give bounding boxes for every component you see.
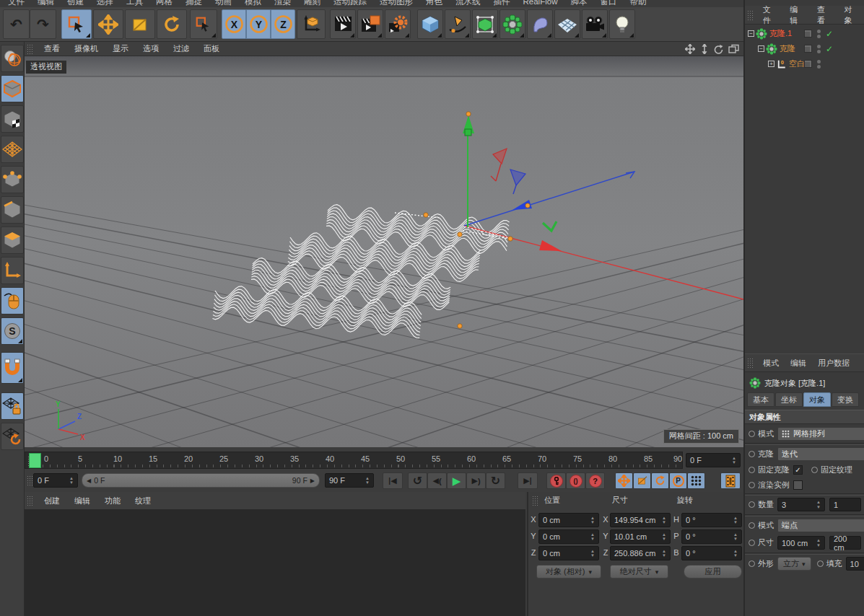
next-frame-button[interactable]: ▶) <box>466 472 486 489</box>
rotation-b-field[interactable]: 0 °▲▼ <box>681 546 742 560</box>
polygons-mode-button[interactable] <box>1 226 24 254</box>
layer-icon[interactable] <box>804 30 812 38</box>
expander-icon[interactable]: − <box>748 30 754 37</box>
edges-mode-button[interactable] <box>1 196 24 224</box>
render-instance-checkbox[interactable] <box>793 480 803 490</box>
workplane-transform-button[interactable] <box>1 423 24 450</box>
size-x-field[interactable]: 100 cm▲▼ <box>777 536 825 550</box>
perspective-viewport[interactable]: Y Z X 透视视图 网格间距 : 100 cm <box>25 56 743 447</box>
tweak-mode-button[interactable] <box>1 287 24 314</box>
move-tool-button[interactable] <box>93 9 123 39</box>
menu-plugins[interactable]: 插件 <box>487 0 517 7</box>
expander-icon[interactable]: + <box>768 61 774 67</box>
clone-mode-dropdown[interactable]: 网格排列 <box>777 427 864 441</box>
points-mode-button[interactable] <box>1 166 24 193</box>
slider-left-arrow-icon[interactable]: ◀ <box>87 478 91 484</box>
enable-axis-button[interactable] <box>1 257 24 284</box>
menu-window[interactable]: 窗口 <box>593 0 623 7</box>
size-y-field[interactable]: 10.01 cm▲▼ <box>610 529 671 544</box>
object-row-null[interactable]: + 0 空白 <box>745 56 864 71</box>
keyable-circle-icon[interactable] <box>749 501 755 508</box>
om-menu-object[interactable]: 对象 <box>838 4 864 26</box>
object-name[interactable]: 空白 <box>789 58 805 69</box>
rotate-tool-button[interactable] <box>157 9 187 39</box>
add-subdivision-surface-button[interactable] <box>472 9 498 39</box>
model-mode-button[interactable] <box>1 75 24 102</box>
slider-right-arrow-icon[interactable]: ▶ <box>310 478 315 484</box>
vp-menu-panel[interactable]: 面板 <box>196 43 227 54</box>
zoom-view-icon[interactable] <box>699 44 710 54</box>
panel-grip[interactable] <box>532 496 538 506</box>
material-manager-area[interactable] <box>25 509 525 616</box>
make-editable-button[interactable] <box>1 45 24 72</box>
object-name[interactable]: 克隆 <box>780 43 795 54</box>
vp-menu-display[interactable]: 显示 <box>105 43 136 54</box>
open-timeline-button[interactable] <box>720 472 741 489</box>
menu-character[interactable]: 角色 <box>419 0 449 7</box>
keyable-circle-icon[interactable] <box>749 540 755 546</box>
vp-menu-cameras[interactable]: 摄像机 <box>67 43 105 54</box>
range-start-field[interactable]: 0 F ▲▼ <box>33 473 78 488</box>
tab-transform[interactable]: 变换 <box>832 392 859 407</box>
keyable-circle-icon[interactable] <box>749 560 755 567</box>
play-button[interactable]: ▶ <box>447 472 466 489</box>
goto-end-button[interactable]: ▶| <box>518 472 538 489</box>
menu-script[interactable]: 脚本 <box>564 0 593 7</box>
layer-icon[interactable] <box>804 45 812 53</box>
keyable-circle-icon[interactable] <box>811 467 818 473</box>
size-x-field[interactable]: 149.954 cm▲▼ <box>610 513 671 527</box>
menu-simulate[interactable]: 模拟 <box>238 0 268 7</box>
menu-mograph[interactable]: 运动图形 <box>373 0 419 7</box>
menu-animate[interactable]: 动画 <box>209 0 238 7</box>
key-pla-toggle[interactable] <box>687 472 705 489</box>
goto-start-button[interactable]: |◀ <box>383 472 403 489</box>
goto-previous-key-button[interactable]: ↺ <box>408 472 427 489</box>
panel-grip[interactable] <box>27 44 33 54</box>
menu-edit[interactable]: 编辑 <box>31 0 61 7</box>
tab-coordinates[interactable]: 坐标 <box>775 392 803 407</box>
menu-file[interactable]: 文件 <box>1 0 31 7</box>
am-menu-mode[interactable]: 模式 <box>757 358 785 369</box>
keyable-circle-icon[interactable] <box>817 560 824 567</box>
size-mode-dropdown[interactable]: 绝对尺寸▾ <box>610 565 668 578</box>
object-row-cloner[interactable]: − 克隆 ✓ <box>745 41 864 56</box>
menu-sculpt[interactable]: 雕刻 <box>297 0 327 7</box>
previous-frame-button[interactable]: ◀( <box>427 472 447 489</box>
toggle-view-icon[interactable] <box>728 44 739 53</box>
position-z-field[interactable]: 0 cm▲▼ <box>538 546 599 560</box>
lock-y-axis-button[interactable]: Y <box>246 9 271 39</box>
am-menu-edit[interactable]: 编辑 <box>785 358 812 369</box>
stepper-icon[interactable]: ▲▼ <box>729 456 736 465</box>
keyable-circle-icon[interactable] <box>749 522 755 529</box>
stepper-icon[interactable]: ▲▼ <box>362 476 370 485</box>
vp-menu-filter[interactable]: 过滤 <box>166 43 196 54</box>
current-frame-field[interactable]: 0 F ▲▼ <box>686 453 741 467</box>
add-camera-button[interactable] <box>582 9 608 39</box>
range-end-field[interactable]: 90 F ▲▼ <box>325 473 374 488</box>
vp-menu-view[interactable]: 查看 <box>37 43 67 54</box>
size-mode-dropdown[interactable]: 端点 <box>777 519 864 532</box>
add-light-button[interactable] <box>609 9 635 39</box>
apply-button[interactable]: 应用 <box>684 565 742 578</box>
mat-menu-create[interactable]: 创建 <box>37 496 67 506</box>
rotation-p-field[interactable]: 0 °▲▼ <box>681 529 742 544</box>
count-y-field[interactable]: 1 <box>829 498 861 511</box>
fix-clone-checkbox[interactable]: ✓ <box>793 465 803 475</box>
object-properties-section[interactable]: 对象属性 <box>745 410 864 424</box>
add-spline-pen-button[interactable] <box>445 9 471 39</box>
fill-field[interactable]: 10 <box>846 557 864 571</box>
autokey-button[interactable]: () <box>566 472 585 489</box>
lock-workplane-button[interactable] <box>1 392 24 420</box>
form-dropdown[interactable]: 立方▾ <box>777 557 811 571</box>
object-row-cloner1[interactable]: − 克隆.1 ✓ <box>745 26 864 41</box>
mat-menu-texture[interactable]: 纹理 <box>128 496 158 506</box>
keyable-circle-icon[interactable] <box>749 451 755 457</box>
position-y-field[interactable]: 0 cm▲▼ <box>538 529 599 544</box>
enabled-check-icon[interactable]: ✓ <box>826 44 833 54</box>
render-view-button[interactable] <box>330 9 356 39</box>
coords-mode-dropdown[interactable]: 对象 (相对)▾ <box>536 565 601 578</box>
object-name[interactable]: 克隆.1 <box>769 28 792 39</box>
add-cube-button[interactable] <box>417 9 443 39</box>
viewport-solo-button[interactable]: S <box>1 317 24 345</box>
panel-grip[interactable] <box>747 358 754 368</box>
